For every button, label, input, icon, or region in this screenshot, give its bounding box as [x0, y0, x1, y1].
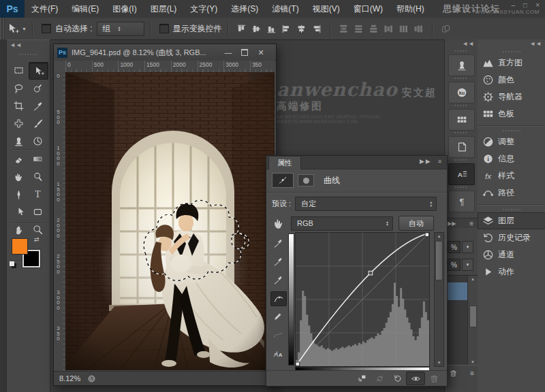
shape-tool[interactable] — [29, 203, 47, 220]
black-point-eyedropper-icon[interactable] — [270, 236, 285, 250]
selected-layer-row[interactable] — [445, 282, 467, 300]
align-left-button[interactable] — [280, 22, 294, 35]
auto-select-checkbox[interactable] — [42, 24, 51, 33]
ruler-corner[interactable] — [54, 61, 66, 73]
align-bot-button[interactable] — [265, 22, 279, 35]
opacity-dropdown-icon[interactable]: ▼ — [462, 241, 473, 253]
character-styles-panel-button[interactable]: A — [448, 163, 475, 185]
delete-adjustment-button[interactable] — [425, 372, 443, 385]
distribute-r-button[interactable] — [412, 22, 426, 35]
clip-to-layer-button[interactable] — [353, 372, 371, 385]
panel-expand-icon[interactable]: ▶▶ — [448, 220, 456, 227]
distribute-t-button[interactable] — [337, 22, 351, 35]
tool-preset-caret-icon[interactable]: ▼ — [22, 27, 27, 31]
menu-item-2[interactable]: 编辑(E) — [65, 0, 106, 18]
dock-panel-info[interactable]: i信息 — [478, 150, 545, 167]
doc-close-button[interactable]: ✕ — [253, 47, 269, 58]
layers-scrollbar[interactable]: ▲ ▼ — [467, 276, 478, 365]
menu-item-7[interactable]: 滤镜(T) — [265, 0, 305, 18]
align-vc-button[interactable] — [250, 22, 264, 35]
kuler-panel-button[interactable]: ku — [448, 82, 475, 103]
rectangular-marquee-tool[interactable] — [10, 62, 28, 78]
expand-panels-icon[interactable]: ◄◄ — [462, 40, 474, 47]
quick-selection-tool[interactable] — [29, 80, 47, 96]
align-top-button[interactable] — [235, 22, 249, 35]
zoom-readout[interactable]: 8.12% — [59, 374, 80, 382]
reset-button[interactable] — [388, 372, 406, 385]
dock-panel-channels[interactable]: 通道 — [478, 246, 545, 263]
scroll-thumb[interactable] — [435, 241, 443, 280]
dock-panel-history[interactable]: 历史记录 — [478, 229, 545, 246]
white-point-eyedropper-icon[interactable] — [270, 273, 285, 287]
menu-item-6[interactable]: 选择(S) — [224, 0, 265, 18]
move-tool[interactable] — [29, 62, 48, 80]
menu-item-3[interactable]: 图像(I) — [106, 0, 143, 18]
curve-grid[interactable] — [295, 232, 430, 367]
show-transform-checkbox[interactable] — [159, 24, 169, 33]
app-maximize-button[interactable]: □ — [523, 1, 527, 9]
dock-panel-adjustments[interactable]: 调整 — [478, 133, 545, 150]
dock-panel-actions[interactable]: 动作 — [478, 263, 545, 280]
canvas-area[interactable] — [65, 72, 275, 370]
libraries-panel-button[interactable] — [448, 109, 475, 131]
history-brush-tool[interactable] — [29, 133, 47, 149]
edit-points-tool-icon[interactable] — [270, 291, 287, 306]
foreground-color-swatch[interactable] — [12, 239, 27, 254]
path-selection-tool[interactable] — [10, 203, 28, 220]
align-right-button[interactable] — [310, 22, 324, 35]
app-close-button[interactable]: × — [535, 1, 540, 9]
swap-colors-icon[interactable]: ⇄ — [34, 236, 40, 243]
histogram-clipping-button-icon[interactable]: A — [270, 346, 285, 360]
align-hc-button[interactable] — [295, 22, 309, 35]
eraser-tool[interactable] — [10, 150, 28, 167]
status-info-icon[interactable] — [87, 374, 96, 383]
distribute-b-button[interactable] — [367, 22, 381, 35]
auto-select-target-dropdown[interactable]: 组 ▲▼ — [97, 22, 144, 36]
gradient-tool[interactable] — [29, 150, 47, 167]
group-button[interactable] — [439, 22, 453, 35]
menu-item-4[interactable]: 图层(L) — [144, 0, 184, 18]
dodge-tool[interactable] — [29, 168, 47, 184]
menu-item-8[interactable]: 视图(V) — [306, 0, 347, 18]
draw-curve-pencil-icon[interactable] — [270, 310, 285, 323]
scroll-up-icon[interactable]: ▲ — [435, 234, 443, 238]
tab-properties[interactable]: 属性 — [268, 156, 301, 169]
crop-tool[interactable] — [10, 97, 28, 114]
channel-dropdown[interactable]: RGB ▲▼ — [291, 216, 393, 231]
panel-collapse-icon[interactable]: ▶▶ ≡ — [420, 158, 443, 165]
dock-panel-paths[interactable]: 路径 — [478, 184, 545, 201]
brush-tool[interactable] — [29, 115, 47, 131]
paragraph-panel-button[interactable]: ¶ — [448, 191, 475, 212]
eyedropper-tool[interactable] — [29, 97, 47, 114]
notes-panel-button[interactable] — [448, 136, 475, 158]
list-menu-icon[interactable]: ≡ — [470, 370, 474, 377]
healing-brush-tool[interactable] — [10, 115, 28, 131]
dock-panel-color[interactable]: 颜色 — [478, 71, 545, 88]
collapse-dock-icon[interactable]: ◄◄ — [529, 40, 542, 47]
preset-dropdown[interactable]: 自定 ▲▼ — [295, 197, 437, 211]
lasso-tool[interactable] — [10, 80, 28, 96]
smooth-curve-button-icon[interactable] — [270, 328, 285, 342]
dock-panel-styles[interactable]: fx样式 — [478, 167, 545, 184]
view-previous-state-button[interactable] — [371, 372, 388, 385]
type-tool[interactable]: T — [29, 186, 47, 202]
properties-scrollbar[interactable]: ▲ ▼ — [434, 232, 444, 367]
app-minimize-button[interactable]: – — [511, 1, 515, 9]
menu-item-5[interactable]: 文字(Y) — [183, 0, 224, 18]
doc-maximize-button[interactable] — [236, 47, 253, 58]
distribute-hc-button[interactable] — [397, 22, 411, 35]
curves-adjustment-icon[interactable] — [272, 173, 294, 188]
gray-point-eyedropper-icon[interactable] — [270, 255, 285, 268]
default-colors-icon[interactable] — [10, 257, 14, 269]
pen-tool[interactable] — [10, 186, 28, 202]
distribute-l-button[interactable] — [382, 22, 396, 35]
menu-item-10[interactable]: 帮助(H) — [390, 0, 431, 18]
menu-item-9[interactable]: 窗口(W) — [347, 0, 390, 18]
document-title-bar[interactable]: Ps IMG_9641.psd @ 8.12% (曲线 3, RGB... — … — [54, 44, 276, 61]
clone-source-panel-button[interactable] — [448, 54, 475, 76]
layers-scroll-thumb[interactable] — [469, 306, 477, 327]
layer-mask-thumbnail[interactable] — [298, 174, 314, 186]
auto-button[interactable]: 自动 — [399, 216, 434, 231]
doc-minimize-button[interactable]: — — [220, 47, 236, 58]
collapse-panel-icon[interactable]: ◄◄ — [10, 42, 22, 48]
